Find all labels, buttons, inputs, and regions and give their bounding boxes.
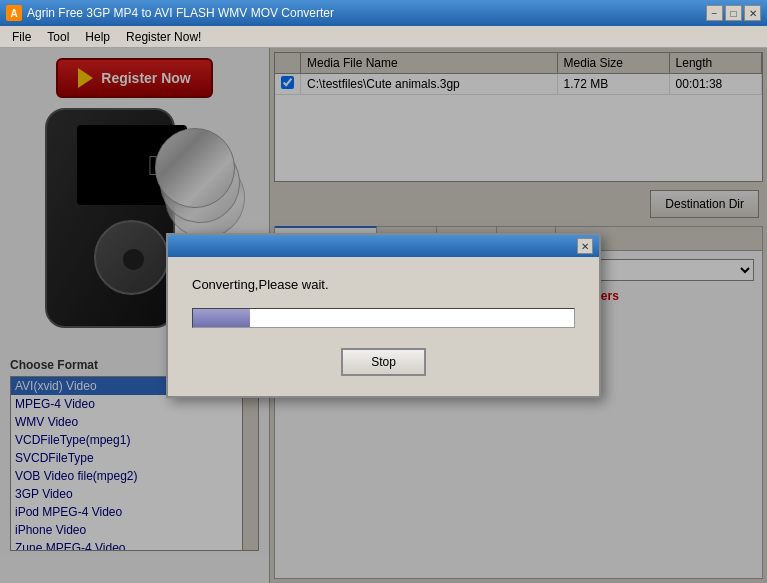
modal-body: Converting,Please wait. Stop [168, 257, 599, 396]
title-bar-left: A Agrin Free 3GP MP4 to AVI FLASH WMV MO… [6, 5, 334, 21]
progress-bar-container [192, 308, 575, 328]
restore-button[interactable]: □ [725, 5, 742, 21]
converting-text: Converting,Please wait. [192, 277, 575, 292]
title-bar: A Agrin Free 3GP MP4 to AVI FLASH WMV MO… [0, 0, 767, 26]
title-buttons: − □ ✕ [706, 5, 761, 21]
app-icon: A [6, 5, 22, 21]
menu-file[interactable]: File [4, 28, 39, 46]
modal-overlay: ✕ Converting,Please wait. Stop [0, 48, 767, 583]
modal-buttons: Stop [192, 348, 575, 376]
close-button[interactable]: ✕ [744, 5, 761, 21]
menu-tool[interactable]: Tool [39, 28, 77, 46]
window-title: Agrin Free 3GP MP4 to AVI FLASH WMV MOV … [27, 6, 334, 20]
converting-modal: ✕ Converting,Please wait. Stop [166, 233, 601, 398]
menu-help[interactable]: Help [77, 28, 118, 46]
progress-bar-fill [193, 309, 250, 327]
menu-register[interactable]: Register Now! [118, 28, 209, 46]
minimize-button[interactable]: − [706, 5, 723, 21]
modal-close-button[interactable]: ✕ [577, 238, 593, 254]
stop-button[interactable]: Stop [341, 348, 426, 376]
menu-bar: File Tool Help Register Now! [0, 26, 767, 48]
modal-title-bar: ✕ [168, 235, 599, 257]
